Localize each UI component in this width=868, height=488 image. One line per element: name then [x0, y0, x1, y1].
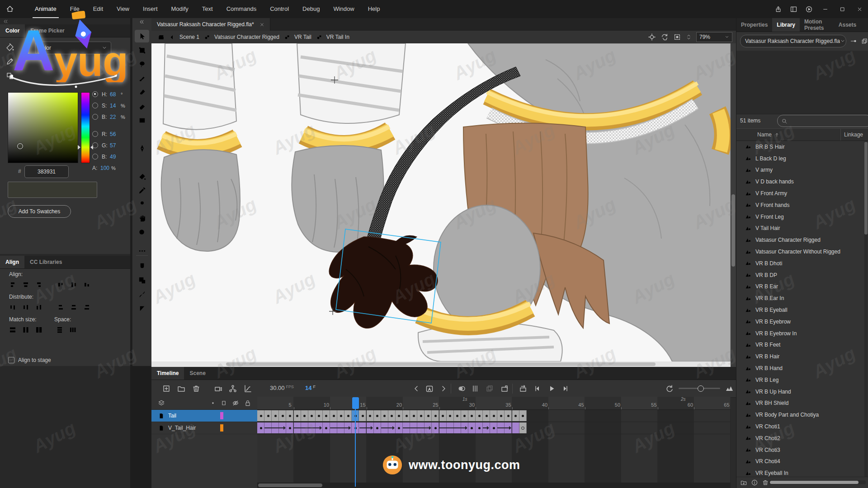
layer-V_Tail_Hair[interactable]: V_Tail_Hair	[151, 422, 257, 434]
alpha-value[interactable]: 100	[100, 165, 110, 171]
distribute-left-edge-button[interactable]	[55, 302, 66, 313]
library-document-dropdown[interactable]: Vatsasur Raksash Character Rigged.fla	[740, 35, 846, 47]
frame-span-toggle[interactable]	[500, 384, 509, 393]
highlight-column-icon[interactable]	[209, 399, 217, 407]
menu-commands[interactable]: Commands	[220, 0, 263, 18]
test-movie-button[interactable]	[801, 0, 816, 18]
channel-value[interactable]: 68	[110, 91, 120, 98]
breadcrumb-symbol-3[interactable]: VR Tail In	[326, 34, 349, 40]
scene-clapper-icon[interactable]	[158, 34, 165, 41]
back-arrow-icon[interactable]	[169, 34, 175, 41]
maximize-button[interactable]	[834, 0, 851, 18]
breadcrumb-scene[interactable]: Scene 1	[179, 34, 199, 40]
library-item[interactable]: Vatsasur Character Rigged	[736, 234, 864, 246]
library-item[interactable]: Vatsasur Character Without Rigged	[736, 246, 864, 258]
tool-free-transform[interactable]	[135, 44, 149, 56]
menu-window[interactable]: Window	[326, 0, 361, 18]
onion-skin-outlines-button[interactable]	[471, 384, 480, 393]
collapse-tools-icon[interactable]	[139, 19, 145, 25]
current-frame[interactable]: 14F	[305, 385, 316, 391]
tab-scene[interactable]: Scene	[184, 367, 211, 380]
new-layer-button[interactable]	[162, 384, 171, 393]
menu-insert[interactable]: Insert	[136, 0, 165, 18]
menu-help[interactable]: Help	[361, 0, 387, 18]
breadcrumb-symbol-2[interactable]: VR Tail	[294, 34, 311, 40]
tool-asset-warp[interactable]	[135, 198, 149, 211]
saturation-brightness-picker[interactable]	[8, 92, 78, 163]
library-item[interactable]: VR B Ear	[736, 281, 864, 293]
lock-column-icon[interactable]	[244, 399, 251, 407]
tab-color[interactable]: Color	[0, 24, 25, 37]
delete-item-icon[interactable]	[762, 479, 769, 486]
new-folder-icon[interactable]	[740, 479, 747, 486]
tool-eraser[interactable]	[135, 100, 149, 113]
timeline-horizontal-scrollbar[interactable]	[257, 483, 731, 488]
edit-multiple-frames-button[interactable]	[485, 384, 494, 393]
outline-column-icon[interactable]	[220, 399, 227, 407]
timeline-zoom-slider[interactable]	[679, 388, 720, 389]
frame-ruler[interactable]: 51015202530354045505560651s2s	[257, 397, 731, 410]
match-width-button[interactable]	[7, 324, 18, 335]
align-top-edge-button[interactable]	[55, 279, 66, 290]
tab-properties[interactable]: Properties	[736, 18, 772, 32]
column-linkage[interactable]: Linkage	[844, 131, 863, 138]
stage-canvas[interactable]	[151, 43, 731, 361]
zoom-stepper[interactable]	[686, 33, 692, 42]
tool-selection[interactable]	[135, 30, 149, 42]
distribute-top-edge-button[interactable]	[7, 302, 18, 313]
breadcrumb-symbol-1[interactable]: Vatsasur Character Rigged	[214, 34, 279, 40]
align-to-stage-checkbox[interactable]	[8, 357, 14, 363]
panel-menu-icon[interactable]	[724, 367, 736, 380]
channel-radio[interactable]	[92, 142, 98, 148]
add-camera-button[interactable]	[214, 384, 223, 393]
new-library-panel-icon[interactable]	[861, 37, 868, 45]
minimize-button[interactable]	[816, 0, 834, 18]
tool-pen[interactable]	[135, 142, 149, 155]
layer-outline-color[interactable]	[220, 424, 223, 432]
option-object-drawing[interactable]	[135, 274, 149, 286]
zoom-level-input[interactable]: 79%	[696, 32, 732, 42]
channel-radio[interactable]	[92, 154, 98, 160]
canvas-horizontal-scrollbar[interactable]	[151, 361, 731, 367]
library-item[interactable]: VR Body Part and Chotiya	[736, 409, 864, 421]
properties-info-icon[interactable]	[751, 479, 758, 486]
layer-outline-color[interactable]	[220, 412, 223, 419]
tool-rectangle[interactable]	[135, 114, 149, 127]
slider-knob[interactable]	[698, 385, 704, 392]
library-item[interactable]: L Back D leg	[736, 153, 864, 164]
share-button[interactable]	[770, 0, 786, 18]
tab-library[interactable]: Library	[772, 18, 800, 32]
channel-radio[interactable]	[92, 114, 98, 120]
delete-layer-button[interactable]	[192, 384, 201, 393]
tool-line[interactable]	[135, 128, 149, 141]
close-window-button[interactable]	[851, 0, 868, 18]
library-item[interactable]: V Front Leg	[736, 211, 864, 223]
tab-frame-picker[interactable]: Frame Picker	[25, 24, 70, 37]
channel-value[interactable]: 22	[110, 114, 120, 120]
align-left-edge-button[interactable]	[7, 279, 18, 290]
fill-color-icon[interactable]	[5, 42, 14, 52]
align-right-edge-button[interactable]	[33, 279, 44, 290]
home-button[interactable]	[0, 0, 20, 18]
step-forward-button[interactable]	[561, 384, 570, 393]
tool-fluid-brush[interactable]	[135, 72, 149, 84]
hex-input[interactable]: 383931	[24, 165, 69, 178]
tab-cc-libraries[interactable]: CC Libraries	[24, 256, 67, 268]
add-to-swatches-button[interactable]: Add To Swatches	[8, 205, 71, 218]
library-item[interactable]: VR BH Shield	[736, 398, 864, 409]
menu-debug[interactable]: Debug	[296, 0, 326, 18]
library-item[interactable]: BR B S Hair	[736, 141, 864, 153]
frames-Tail[interactable]	[257, 410, 731, 422]
distribute-right-edge-button[interactable]	[81, 302, 92, 313]
menu-text[interactable]: Text	[195, 0, 220, 18]
tool-classic-brush[interactable]	[135, 86, 149, 99]
canvas-vertical-scrollbar[interactable]	[731, 43, 736, 367]
step-back-button[interactable]	[533, 384, 542, 393]
stroke-color-icon[interactable]	[5, 57, 14, 66]
library-item[interactable]: VR B DP	[736, 269, 864, 281]
library-item[interactable]: VR Choti2	[736, 432, 864, 444]
align-bottom-edge-button[interactable]	[81, 279, 92, 290]
tab-assets[interactable]: Assets	[834, 18, 861, 32]
panel-menu-icon[interactable]	[118, 256, 130, 268]
frames-V_Tail_Hair[interactable]	[257, 422, 731, 434]
